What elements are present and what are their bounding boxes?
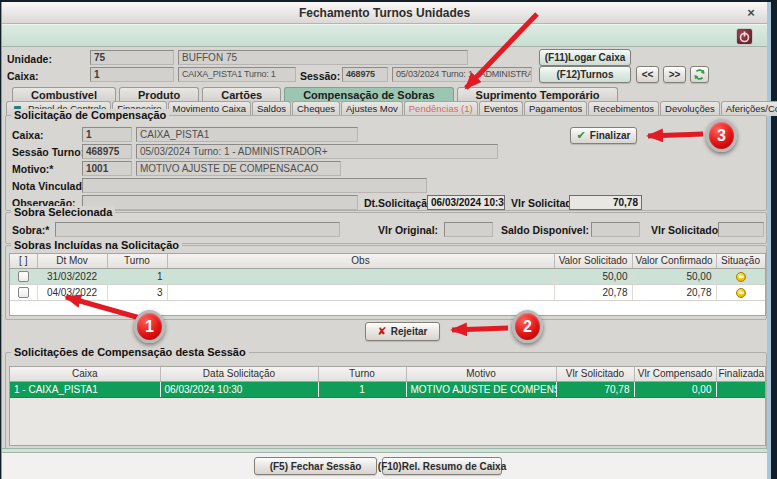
tab-ajustes-mov[interactable]: Ajustes Mov: [341, 101, 403, 116]
step-2-badge: 2: [512, 310, 543, 343]
table-row[interactable]: 1 - CAIXA_PISTA1 06/03/2024 10:30 1 MOTI…: [10, 381, 765, 397]
vlr-original-field[interactable]: [444, 222, 493, 237]
solicitacao-group-title: Solicitação de Compensação: [11, 109, 169, 121]
sobra-vlr-solicitado-label: Vlr Solicitado:: [651, 224, 722, 236]
fechar-sessao-button[interactable]: (F5) Fechar Sessão: [254, 457, 377, 475]
cell-valor-solicitado: 20,78: [554, 284, 632, 300]
sessao-turno-desc-field[interactable]: 05/03/2024 Turno: 1 - ADMINISTRADOR+: [136, 144, 498, 159]
col-valor-solicitado: Valor Solicitado: [554, 254, 632, 268]
tab-saldos[interactable]: Saldos: [252, 101, 291, 116]
prev-session-button[interactable]: <<: [636, 66, 659, 83]
col-turno: Turno: [318, 367, 406, 381]
caixa-desc-field[interactable]: CAIXA_PISTA1 Turno: 1: [178, 67, 296, 82]
cell-finalizada: [716, 381, 765, 397]
tab-suprimento-temporario[interactable]: Suprimento Temporário: [457, 87, 619, 102]
sobra-field[interactable]: [55, 222, 340, 237]
sobras-incluidas-group: Sobras Incluídas na Solicitação [ ] Dt M…: [5, 245, 767, 320]
sobra-vlr-solicitado-field[interactable]: [718, 222, 764, 237]
tab-cheques[interactable]: Cheques: [292, 101, 340, 116]
tab-devolucoes[interactable]: Devoluções: [660, 101, 720, 116]
status-coin-icon: [736, 288, 746, 298]
finalizar-button[interactable]: ✔ Finalizar: [570, 127, 637, 144]
saldo-disponivel-field[interactable]: [591, 222, 640, 237]
motivo-label: Motivo:*: [12, 163, 53, 175]
cell-dt-mov: 31/03/2022: [37, 268, 107, 284]
check-icon: ✔: [577, 131, 586, 141]
cell-dt-mov: 04/03/2022: [37, 284, 107, 300]
tab-pendencias[interactable]: Pendências (1): [404, 101, 478, 116]
sessao-label: Sessão:: [300, 70, 340, 82]
dt-solicitacao-field[interactable]: 06/03/2024 10:30: [427, 195, 505, 210]
table-row[interactable]: 04/03/2022 3 20,78 20,78: [10, 284, 765, 300]
col-turno: Turno: [107, 254, 167, 268]
unidade-code-field[interactable]: 75: [90, 50, 174, 65]
rejeitar-button-label: Rejeitar: [391, 326, 428, 337]
sessao-turno-label: Sessão Turno:: [12, 146, 84, 158]
tab-afericoes-consumo[interactable]: Aferições/Consumo: [721, 101, 777, 116]
power-button[interactable]: [736, 28, 753, 45]
step-3-badge: 3: [706, 119, 737, 152]
resumo-caixa-button[interactable]: (F10)Rel. Resumo de Caixa: [382, 457, 502, 475]
sessao-code-field[interactable]: 468975: [342, 67, 388, 82]
window-title: Fechamento Turnos Unidades: [299, 6, 470, 20]
sessao-desc-field[interactable]: 05/03/2024 Turno: 1 - ADMINISTRADOR+: [392, 67, 532, 82]
cell-obs: [167, 284, 554, 300]
motivo-code-field[interactable]: 1001: [82, 161, 132, 176]
sobras-table: [ ] Dt Mov Turno Obs Valor Solicitado Va…: [9, 253, 766, 316]
sobras-incluidas-group-title: Sobras Incluídas na Solicitação: [11, 239, 182, 251]
vlr-solicitado-field[interactable]: 70,78: [569, 195, 642, 210]
table-row[interactable]: 31/03/2022 1 50,00 50,00: [10, 268, 765, 284]
saldo-disponivel-label: Saldo Disponível:: [501, 224, 589, 236]
toolbar: [2, 24, 767, 47]
col-motivo: Motivo: [406, 367, 556, 381]
tab-pagamentos[interactable]: Pagamentos: [524, 101, 587, 116]
refresh-button[interactable]: [690, 66, 709, 83]
row-checkbox[interactable]: [18, 287, 29, 298]
tab-movimento-caixa[interactable]: Movimento Caixa: [168, 101, 251, 116]
solicitacao-caixa-label: Caixa:: [12, 129, 44, 141]
dt-solicitacao-label: Dt.Solicitação:: [364, 197, 437, 209]
tab-compensacao-de-sobras[interactable]: Compensação de Sobras: [284, 87, 453, 102]
nota-vinculada-field[interactable]: [82, 178, 427, 193]
rejeitar-button[interactable]: ✘ Rejeitar: [365, 322, 440, 341]
tab-produto[interactable]: Produto: [119, 87, 199, 102]
next-session-button[interactable]: >>: [663, 66, 686, 83]
solicitacoes-sessao-group: Solicitações de Compensação desta Sessão…: [5, 352, 767, 449]
titlebar: Fechamento Turnos Unidades ×: [2, 2, 767, 24]
solicitacoes-sessao-group-title: Solicitações de Compensação desta Sessão: [11, 346, 249, 358]
col-checkbox: [ ]: [10, 254, 37, 268]
row-checkbox[interactable]: [18, 271, 29, 282]
caixa-label: Caixa:: [7, 70, 39, 82]
refresh-icon: [693, 68, 706, 81]
sessao-turno-code-field[interactable]: 468975: [82, 144, 132, 159]
col-valor-confirmado: Valor Confirmado: [632, 254, 716, 268]
col-caixa: Caixa: [10, 367, 160, 381]
tab-eventos[interactable]: Eventos: [479, 101, 523, 116]
turnos-button[interactable]: (F12)Turnos: [539, 66, 631, 83]
solicitacao-caixa-code-field[interactable]: 1: [82, 127, 132, 142]
tab-cartoes[interactable]: Cartões: [202, 87, 281, 102]
cell-vlr-solicitado: 70,78: [556, 381, 634, 397]
motivo-desc-field[interactable]: MOTIVO AJUSTE DE COMPENSACAO: [136, 161, 341, 176]
unidade-name-field[interactable]: BUFFON 75: [178, 50, 468, 65]
solicitacoes-table-header: Caixa Data Solicitação Turno Motivo Vlr …: [10, 367, 765, 381]
col-finalizada: Finalizada: [716, 367, 765, 381]
cell-motivo: MOTIVO AJUSTE DE COMPENSACAO: [406, 381, 556, 397]
sobra-label: Sobra:*: [12, 224, 49, 236]
solicitacao-caixa-name-field[interactable]: CAIXA_PISTA1: [136, 127, 358, 142]
cell-obs: [167, 268, 554, 284]
col-vlr-compensado: Vlr Compensado: [634, 367, 716, 381]
unidade-label: Unidade:: [7, 53, 52, 65]
cell-vlr-compensado: 0,00: [634, 381, 716, 397]
close-icon[interactable]: ×: [743, 5, 759, 20]
logar-caixa-button[interactable]: (F11)Logar Caixa: [539, 49, 631, 66]
cell-turno: 3: [107, 284, 167, 300]
caixa-code-field[interactable]: 1: [90, 67, 174, 82]
tab-recebimentos[interactable]: Recebimentos: [588, 101, 659, 116]
cell-turno: 1: [318, 381, 406, 397]
cell-data: 06/03/2024 10:30: [160, 381, 318, 397]
observacao-field[interactable]: [82, 195, 358, 210]
col-dt-mov: Dt Mov: [37, 254, 107, 268]
status-coin-icon: [736, 272, 746, 282]
tab-combustivel[interactable]: Combustível: [12, 87, 116, 102]
